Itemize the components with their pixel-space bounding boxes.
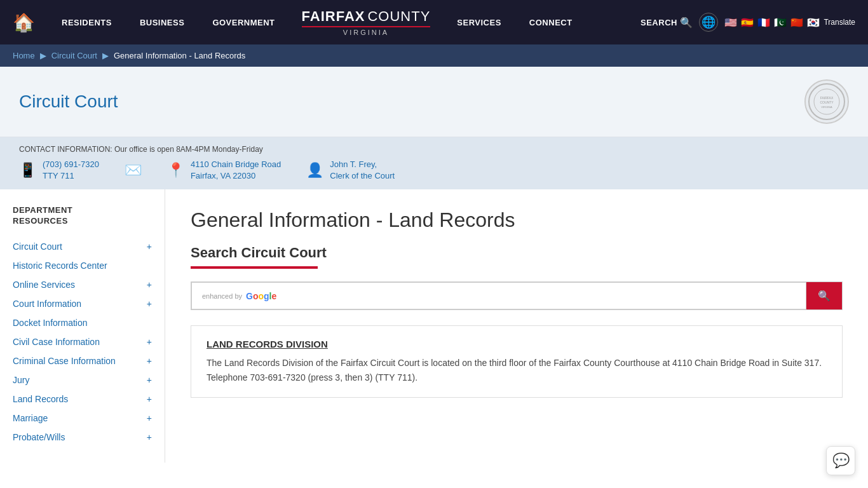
sidebar-link-jury[interactable]: Jury [13, 375, 29, 385]
chat-bubble-button[interactable]: 💬 [826, 446, 855, 463]
person-icon: 👤 [306, 162, 323, 179]
logo-county: COUNTY [367, 8, 430, 25]
sidebar-item-online-services: Online Services + [13, 275, 152, 294]
sidebar-item-probate-wills: Probate/Wills + [13, 428, 152, 447]
contact-email[interactable]: ✉️ [125, 162, 142, 179]
sidebar-plus-probate-wills[interactable]: + [147, 432, 152, 442]
logo-virginia: VIRGINIA [343, 29, 389, 36]
phone-number[interactable]: (703) 691-7320 [43, 159, 99, 170]
sidebar-section-title: DEPARTMENTRESOURCES [13, 205, 152, 227]
sidebar-plus-marriage[interactable]: + [147, 413, 152, 423]
home-icon[interactable]: 🏠 [13, 12, 35, 33]
breadcrumb-arrow-1: ▶ [40, 51, 46, 60]
site-logo[interactable]: FAIRFAX COUNTY VIRGINIA [289, 8, 444, 36]
sidebar-link-online-services[interactable]: Online Services [13, 280, 75, 290]
enhanced-by-label: enhanced by [202, 292, 242, 300]
translate-label[interactable]: Translate [824, 18, 855, 27]
search-nav-button[interactable]: SEARCH 🔍 [641, 17, 693, 29]
page-header: Circuit Court FAIRFAX COUNTY VIRGINIA [0, 67, 868, 137]
sidebar-plus-court-information[interactable]: + [147, 299, 152, 309]
flag-kr: 🇰🇷 [807, 17, 820, 29]
search-input-area: enhanced by Google [191, 282, 806, 309]
search-box: enhanced by Google 🔍 [191, 281, 843, 310]
sidebar-item-historic-records: Historic Records Center [13, 256, 152, 275]
sidebar: DEPARTMENTRESOURCES Circuit Court + Hist… [0, 189, 165, 463]
sidebar-item-circuit-court: Circuit Court + [13, 237, 152, 256]
phone-icon: 📱 [19, 162, 36, 179]
sidebar-link-civil-case[interactable]: Civil Case Information [13, 337, 100, 347]
breadcrumb: Home ▶ Circuit Court ▶ General Informati… [0, 44, 868, 67]
sidebar-plus-circuit-court[interactable]: + [147, 241, 152, 252]
page-title: Circuit Court [19, 92, 118, 112]
sidebar-link-circuit-court[interactable]: Circuit Court [13, 241, 62, 252]
nav-item-services[interactable]: SERVICES [443, 0, 515, 44]
county-seal: FAIRFAX COUNTY VIRGINIA [804, 79, 849, 124]
breadcrumb-current: General Information - Land Records [114, 51, 245, 60]
flag-cn: 🇨🇳 [790, 17, 803, 29]
email-icon: ✉️ [125, 162, 142, 179]
sidebar-link-historic-records[interactable]: Historic Records Center [13, 261, 107, 271]
sidebar-plus-jury[interactable]: + [147, 375, 152, 385]
globe-symbol: 🌐 [702, 15, 715, 29]
tty-number: TTY 711 [43, 170, 99, 182]
clerk-title: Clerk of the Court [330, 170, 395, 182]
section-heading-underline [191, 266, 318, 269]
logo-fairfax: FAIRFAX [302, 8, 365, 25]
sidebar-item-marriage: Marriage + [13, 409, 152, 428]
contact-phone-text: (703) 691-7320 TTY 711 [43, 159, 99, 182]
search-input[interactable] [280, 291, 796, 301]
contact-address-text: 4110 Chain Bridge Road Fairfax, VA 22030 [191, 159, 281, 182]
flag-pk: 🇵🇰 [774, 17, 787, 29]
contact-items: 📱 (703) 691-7320 TTY 711 ✉️ 📍 4110 Chain… [19, 159, 849, 182]
search-label: SEARCH [641, 18, 677, 27]
clerk-name: John T. Frey, [330, 159, 395, 170]
nav-item-connect[interactable]: CONNECT [515, 0, 587, 44]
contact-phone: 📱 (703) 691-7320 TTY 711 [19, 159, 99, 182]
sidebar-link-docket-information[interactable]: Docket Information [13, 318, 88, 328]
google-logo: Google [246, 291, 276, 301]
search-button[interactable]: 🔍 [806, 282, 842, 309]
contact-label: CONTACT INFORMATION: Our office is open … [19, 145, 849, 154]
content-title: General Information - Land Records [191, 208, 843, 232]
flag-es: 🇪🇸 [741, 17, 754, 29]
sidebar-link-land-records[interactable]: Land Records [13, 394, 68, 404]
sidebar-item-land-records: Land Records + [13, 390, 152, 409]
sidebar-plus-online-services[interactable]: + [147, 280, 152, 290]
contact-clerk: 👤 John T. Frey, Clerk of the Court [306, 159, 395, 182]
search-section-heading: Search Circuit Court [191, 245, 843, 261]
flag-fr: 🇫🇷 [757, 17, 770, 29]
globe-icon[interactable]: 🌐 [699, 13, 718, 32]
sidebar-item-jury: Jury + [13, 370, 152, 390]
nav-item-business[interactable]: BUSINESS [126, 0, 198, 44]
address-line1: 4110 Chain Bridge Road [191, 159, 281, 170]
chat-icon: 💬 [832, 452, 850, 463]
sidebar-plus-criminal-case[interactable]: + [147, 356, 152, 366]
location-icon: 📍 [167, 162, 184, 179]
sidebar-plus-civil-case[interactable]: + [147, 337, 152, 347]
breadcrumb-home[interactable]: Home [13, 51, 35, 60]
contact-clerk-text: John T. Frey, Clerk of the Court [330, 159, 395, 182]
sidebar-plus-land-records[interactable]: + [147, 394, 152, 404]
main-layout: DEPARTMENTRESOURCES Circuit Court + Hist… [0, 189, 868, 463]
info-box-text: The Land Records Division of the Fairfax… [207, 356, 827, 384]
breadcrumb-arrow-2: ▶ [102, 51, 109, 60]
logo-underline [302, 26, 431, 27]
sidebar-link-probate-wills[interactable]: Probate/Wills [13, 432, 65, 442]
search-icon: 🔍 [680, 17, 693, 29]
land-records-info-box: LAND RECORDS DIVISION The Land Records D… [191, 325, 843, 398]
svg-text:COUNTY: COUNTY [820, 100, 834, 104]
sidebar-item-civil-case: Civil Case Information + [13, 332, 152, 351]
nav-item-residents[interactable]: RESIDENTS [48, 0, 126, 44]
contact-address: 📍 4110 Chain Bridge Road Fairfax, VA 220… [167, 159, 281, 182]
flag-us: 🇺🇸 [724, 17, 737, 29]
svg-text:FAIRFAX: FAIRFAX [820, 96, 834, 100]
nav-item-government[interactable]: GOVERNMENT [198, 0, 288, 44]
nav-items: RESIDENTS BUSINESS GOVERNMENT FAIRFAX CO… [48, 0, 641, 44]
sidebar-link-marriage[interactable]: Marriage [13, 413, 48, 423]
sidebar-link-criminal-case[interactable]: Criminal Case Information [13, 356, 116, 366]
sidebar-item-court-information: Court Information + [13, 294, 152, 313]
top-navigation: 🏠 RESIDENTS BUSINESS GOVERNMENT FAIRFAX … [0, 0, 868, 44]
breadcrumb-circuit-court[interactable]: Circuit Court [51, 51, 97, 60]
svg-text:VIRGINIA: VIRGINIA [821, 105, 832, 109]
sidebar-link-court-information[interactable]: Court Information [13, 299, 81, 309]
